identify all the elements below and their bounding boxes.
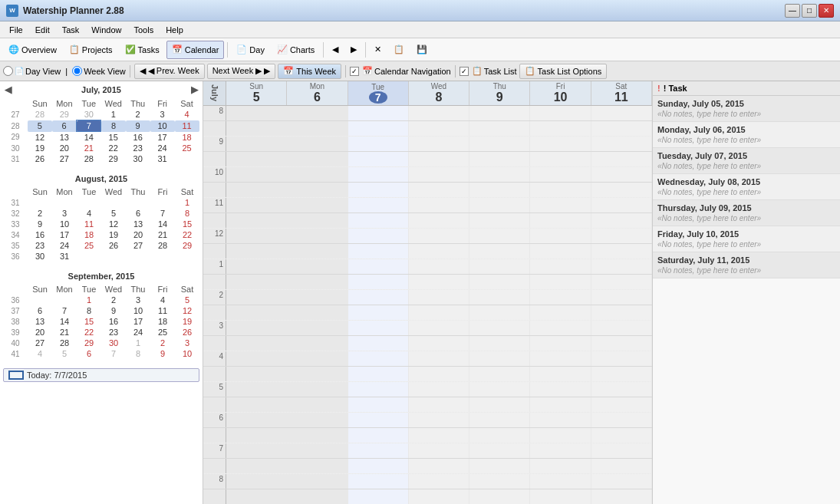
cal-cell[interactable] (469, 382, 530, 397)
cal-cell[interactable] (591, 213, 652, 228)
day-header-tue[interactable]: Tue7 (348, 81, 409, 105)
cal-cell[interactable] (469, 305, 530, 320)
calendar-day[interactable]: 2 (126, 109, 150, 120)
calendar-day[interactable]: 29 (175, 240, 199, 251)
calendar-day[interactable]: 7 (52, 305, 77, 316)
calendar-day[interactable]: 16 (101, 316, 126, 327)
cal-cell[interactable] (469, 229, 530, 243)
day-header-sun[interactable]: Sun5 (226, 81, 287, 105)
cal-cell[interactable] (469, 351, 530, 366)
cal-cell[interactable] (348, 443, 409, 458)
cal-cell[interactable] (469, 244, 530, 259)
cal-cell[interactable] (226, 443, 287, 458)
cal-cell[interactable] (287, 351, 348, 366)
calendar-day[interactable]: 18 (175, 132, 199, 143)
calendar-day[interactable]: 23 (126, 143, 150, 153)
cal-cell[interactable] (348, 459, 409, 473)
calendar-day[interactable] (28, 197, 52, 208)
cal-cell[interactable] (591, 382, 652, 397)
calendar-day[interactable]: 1 (126, 338, 150, 348)
cal-cell[interactable] (348, 137, 409, 151)
cal-cell[interactable] (591, 489, 652, 504)
calendar-day[interactable]: 27 (126, 240, 150, 251)
next-month-btn[interactable]: ▶ (191, 84, 198, 95)
calendar-day[interactable]: 13 (28, 316, 52, 327)
cal-cell[interactable] (409, 244, 469, 259)
cal-cell[interactable] (348, 167, 409, 182)
calendar-day[interactable]: 4 (150, 295, 175, 305)
calendar-day[interactable]: 2 (150, 338, 175, 348)
calendar-day[interactable]: 2 (28, 208, 52, 219)
cal-cell[interactable] (409, 428, 469, 443)
cal-cell[interactable] (591, 244, 652, 259)
cal-cell[interactable] (409, 474, 469, 489)
calendar-day[interactable]: 17 (126, 316, 150, 327)
calendar-day[interactable]: 16 (28, 229, 52, 240)
cal-cell[interactable] (348, 183, 409, 197)
calendar-day[interactable] (52, 197, 77, 208)
cal-cell[interactable] (469, 443, 530, 458)
maximize-button[interactable]: □ (802, 4, 817, 18)
calendar-day[interactable]: 14 (150, 219, 175, 229)
calendar-day[interactable]: 4 (28, 348, 52, 359)
cal-cell[interactable] (348, 229, 409, 243)
toolbar-overview[interactable]: 🌐 Overview (3, 41, 62, 59)
task-note[interactable]: «No notes, type here to enter» (657, 162, 835, 170)
cal-cell[interactable] (530, 152, 591, 166)
calendar-day[interactable]: 5 (175, 295, 199, 305)
cal-cell[interactable] (469, 259, 530, 274)
cal-cell[interactable] (591, 351, 652, 366)
calendar-day[interactable]: 1 (101, 109, 126, 120)
cal-cell[interactable] (530, 367, 591, 381)
cal-cell[interactable] (348, 336, 409, 351)
calendar-day[interactable]: 15 (175, 219, 199, 229)
cal-cell[interactable] (287, 413, 348, 427)
cal-cell[interactable] (348, 489, 409, 504)
cal-cell[interactable] (409, 152, 469, 166)
cal-cell[interactable] (530, 137, 591, 151)
calendar-day[interactable]: 24 (52, 240, 77, 251)
calendar-day[interactable]: 12 (101, 219, 126, 229)
calendar-day[interactable]: 14 (52, 316, 77, 327)
calendar-day[interactable]: 15 (77, 316, 101, 327)
cal-cell[interactable] (348, 106, 409, 120)
calendar-day[interactable]: 25 (175, 143, 199, 153)
calendar-day[interactable]: 13 (126, 219, 150, 229)
cal-cell[interactable] (287, 397, 348, 412)
calendar-day[interactable]: 10 (126, 305, 150, 316)
cal-cell[interactable] (226, 428, 287, 443)
calendar-day[interactable]: 10 (175, 348, 199, 359)
task-list-check[interactable]: ✓ (460, 67, 469, 76)
day-header-wed[interactable]: Wed8 (409, 81, 469, 105)
calendar-day[interactable]: 30 (126, 153, 150, 164)
calendar-day[interactable]: 23 (101, 327, 126, 338)
cal-cell[interactable] (226, 152, 287, 166)
calendar-day[interactable]: 29 (101, 153, 126, 164)
calendar-day[interactable]: 6 (52, 120, 77, 132)
this-week-btn[interactable]: 📅 This Week (278, 64, 341, 79)
cal-cell[interactable] (409, 137, 469, 151)
calendar-day[interactable]: 31 (52, 251, 77, 262)
calendar-day[interactable]: 20 (28, 327, 52, 338)
calendar-day[interactable]: 11 (175, 120, 199, 132)
cal-cell[interactable] (591, 305, 652, 320)
cal-cell[interactable] (348, 244, 409, 259)
cal-cell[interactable] (409, 167, 469, 182)
calendar-day[interactable]: 22 (101, 143, 126, 153)
cal-cell[interactable] (530, 413, 591, 427)
cal-cell[interactable] (469, 428, 530, 443)
cal-cell[interactable] (348, 397, 409, 412)
calendar-day[interactable]: 28 (28, 109, 52, 120)
task-note[interactable]: «No notes, type here to enter» (657, 214, 835, 222)
cal-cell[interactable] (530, 213, 591, 228)
cal-cell[interactable] (530, 474, 591, 489)
cal-cell[interactable] (409, 275, 469, 289)
cal-cell[interactable] (530, 229, 591, 243)
cal-cell[interactable] (469, 413, 530, 427)
cal-cell[interactable] (409, 443, 469, 458)
cal-cell[interactable] (409, 367, 469, 381)
toolbar-paste[interactable]: 💾 (411, 41, 433, 59)
cal-cell[interactable] (591, 121, 652, 136)
calendar-day[interactable]: 22 (175, 229, 199, 240)
calendar-day[interactable]: 21 (52, 327, 77, 338)
